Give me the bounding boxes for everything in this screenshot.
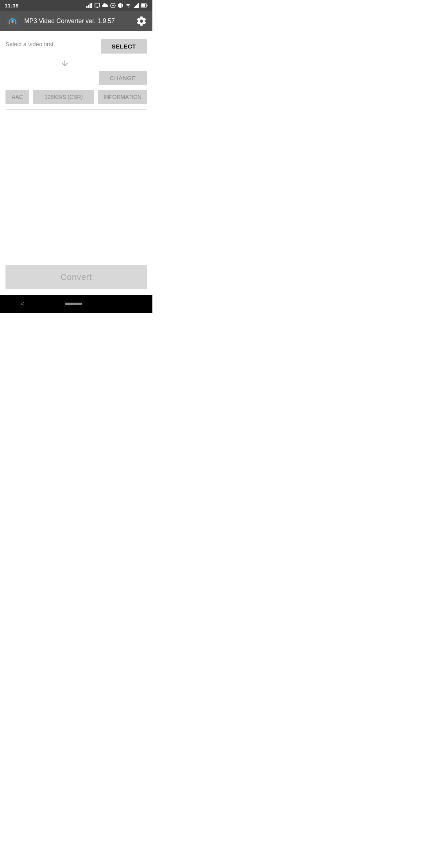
battery-icon xyxy=(141,3,148,8)
download-arrow-icon xyxy=(60,59,70,68)
wifi-icon xyxy=(125,3,131,8)
settings-icon[interactable] xyxy=(136,16,147,27)
convert-section: Convert xyxy=(0,261,152,295)
back-button[interactable]: < xyxy=(20,300,25,308)
select-row: Select a video first. SELECT xyxy=(5,39,147,54)
dnd-icon xyxy=(110,3,116,8)
change-button[interactable]: CHANGE xyxy=(99,71,147,85)
app-logo-icon xyxy=(5,14,20,28)
vibrate-icon xyxy=(118,3,123,8)
convert-button[interactable]: Convert xyxy=(5,265,147,289)
signal-bars-icon xyxy=(86,3,93,8)
svg-rect-3 xyxy=(91,3,92,8)
main-content: Select a video first. SELECT CHANGE AAC … xyxy=(0,31,152,295)
middle-area xyxy=(0,110,152,261)
svg-rect-16 xyxy=(141,4,145,7)
svg-rect-18 xyxy=(9,22,10,24)
change-row: CHANGE xyxy=(5,71,147,85)
svg-rect-2 xyxy=(89,4,91,8)
information-button[interactable]: INFORMATION xyxy=(98,90,147,104)
status-bar: 11:38 xyxy=(0,0,152,11)
svg-rect-19 xyxy=(15,22,16,24)
status-time: 11:38 xyxy=(5,3,19,9)
select-prompt: Select a video first. xyxy=(5,39,101,47)
svg-rect-8 xyxy=(112,5,114,6)
home-button[interactable] xyxy=(65,303,82,305)
cloud-icon xyxy=(102,3,108,8)
nav-bar: < xyxy=(0,295,152,313)
svg-rect-15 xyxy=(147,5,148,6)
status-icons xyxy=(86,3,148,8)
app-title: MP3 Video Converter ver. 1.9.57 xyxy=(24,18,136,25)
svg-rect-21 xyxy=(12,20,13,22)
options-row: AAC 128KB/S (CBR) INFORMATION xyxy=(5,90,147,104)
top-section: Select a video first. SELECT CHANGE AAC … xyxy=(0,31,152,110)
svg-rect-6 xyxy=(96,8,99,8)
svg-point-12 xyxy=(128,7,129,7)
svg-marker-13 xyxy=(133,3,139,8)
svg-rect-4 xyxy=(95,3,100,7)
svg-rect-0 xyxy=(86,6,88,8)
select-button[interactable]: SELECT xyxy=(101,39,147,54)
svg-rect-1 xyxy=(88,5,89,8)
aac-button[interactable]: AAC xyxy=(5,90,29,104)
signal-strength-icon xyxy=(133,3,139,8)
svg-rect-22 xyxy=(12,23,13,23)
svg-rect-11 xyxy=(122,4,123,7)
app-bar: MP3 Video Converter ver. 1.9.57 xyxy=(0,11,152,31)
svg-rect-5 xyxy=(97,7,98,8)
svg-rect-10 xyxy=(118,4,119,7)
svg-rect-9 xyxy=(119,3,122,8)
screen-record-icon xyxy=(95,3,100,8)
download-arrow-container xyxy=(5,59,147,68)
bitrate-button[interactable]: 128KB/S (CBR) xyxy=(33,90,94,104)
